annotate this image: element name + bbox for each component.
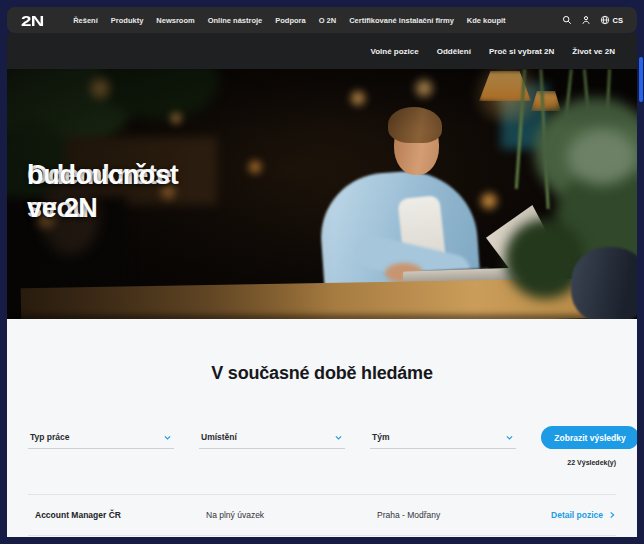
main-menu: Řešení Produkty Newsroom Online nástroje… xyxy=(73,16,505,25)
page: 2N Řešení Produkty Newsroom Online nástr… xyxy=(7,7,637,537)
filter-tym[interactable]: Tým xyxy=(370,432,516,449)
subnav-item-proc-si-vybrat[interactable]: Proč si vybrat 2N xyxy=(489,47,554,56)
chevron-down-icon[interactable] xyxy=(334,433,343,442)
subnav-item-oddeleni[interactable]: Oddělení xyxy=(437,47,471,56)
subnav-item-volne-pozice[interactable]: Volné pozice xyxy=(370,47,418,56)
show-results-button[interactable]: Zobrazit výsledky xyxy=(541,426,637,449)
subnav-item-zivot-ve-2n[interactable]: Život ve 2N xyxy=(572,47,615,56)
menu-item-o-2n[interactable]: O 2N xyxy=(319,16,337,25)
jobs-section: V současné době hledáme Typ práce Umístě… xyxy=(7,319,637,537)
job-filters: Typ práce Umístění Tým Zobrazit výsledky xyxy=(28,426,616,449)
brand-logo[interactable]: 2N xyxy=(21,12,44,29)
job-type: Na plný úvazek xyxy=(199,510,345,520)
hero-image: Odemkněte svou budoucnost ve 2N xyxy=(7,69,637,319)
top-navbar: 2N Řešení Produkty Newsroom Online nástr… xyxy=(7,7,637,33)
menu-item-reseni[interactable]: Řešení xyxy=(73,16,98,25)
menu-item-online-nastroje[interactable]: Online nástroje xyxy=(208,16,263,25)
chevron-down-icon[interactable] xyxy=(163,433,172,442)
nav-actions: CS xyxy=(562,15,623,25)
menu-item-produkty[interactable]: Produkty xyxy=(111,16,144,25)
jobs-heading: V současné době hledáme xyxy=(28,319,616,384)
language-label: CS xyxy=(613,16,623,25)
language-switcher[interactable]: CS xyxy=(600,15,623,25)
scrollbar-thumb[interactable] xyxy=(639,57,643,102)
job-title: Account Manager ČR xyxy=(28,510,174,520)
job-location: Praha - Modřany xyxy=(370,510,516,520)
user-icon[interactable] xyxy=(581,15,591,25)
menu-item-newsroom[interactable]: Newsroom xyxy=(156,16,194,25)
globe-icon xyxy=(600,15,610,25)
careers-subnav: Volné pozice Oddělení Proč si vybrat 2N … xyxy=(7,33,637,69)
filter-umisteni[interactable]: Umístění xyxy=(199,432,345,449)
chevron-down-icon[interactable] xyxy=(505,433,514,442)
menu-item-kde-koupit[interactable]: Kde koupit xyxy=(467,16,506,25)
filter-typ-prace[interactable]: Typ práce xyxy=(28,432,174,449)
search-icon[interactable] xyxy=(562,15,572,25)
menu-item-podpora[interactable]: Podpora xyxy=(275,16,305,25)
job-list: Account Manager ČR Na plný úvazek Praha … xyxy=(28,494,616,536)
results-count: 22 Výsledek(y) xyxy=(28,459,616,466)
job-row[interactable]: Account Manager ČR Na plný úvazek Praha … xyxy=(28,495,616,535)
menu-item-certifikovane-firmy[interactable]: Certifikované instalační firmy xyxy=(349,16,454,25)
chevron-right-icon xyxy=(608,511,616,519)
job-detail-link[interactable]: Detail pozice xyxy=(551,510,616,520)
